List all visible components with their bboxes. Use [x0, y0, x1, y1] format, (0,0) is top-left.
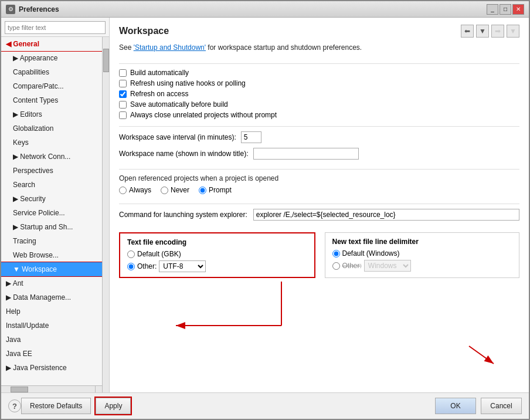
- tree-item-java-ee[interactable]: Java EE: [1, 347, 102, 361]
- back-dropdown-button[interactable]: ▼: [476, 25, 489, 38]
- workspace-name-input[interactable]: [253, 148, 359, 160]
- tree-item-help[interactable]: Help: [1, 304, 102, 319]
- checkbox-build-auto: Build automatically: [119, 69, 519, 77]
- encoding-default-label[interactable]: Default (GBK): [127, 250, 307, 258]
- new-line-default-radio[interactable]: [332, 250, 340, 258]
- tree-item-workspace[interactable]: ▼ Workspace: [1, 262, 102, 276]
- tree-item-ant[interactable]: ▶ Ant: [1, 276, 102, 290]
- encoding-other-label[interactable]: Other: UTF-8 UTF-16 ISO-8859-1: [127, 260, 307, 272]
- new-line-box: New text file line delimiter Default (Wi…: [325, 232, 520, 278]
- save-interval-label: Workspace save interval (in minutes):: [119, 133, 236, 141]
- refresh-access-label[interactable]: Refresh on access: [130, 90, 188, 98]
- open-projects-label: Open referenced projects when a project …: [119, 174, 519, 182]
- tree-item-perspectives[interactable]: Perspectives: [1, 164, 102, 178]
- tree-item-install-update[interactable]: Install/Update: [1, 319, 102, 333]
- always-radio[interactable]: [119, 187, 127, 194]
- maximize-button[interactable]: □: [500, 4, 511, 15]
- tree-item-search[interactable]: Search: [1, 178, 102, 192]
- tree-item-capabilities[interactable]: Capabilities: [1, 65, 102, 79]
- panel-title: Workspace: [119, 26, 169, 36]
- main-content: ◀ General ▶ Appearance Capabilities Comp…: [1, 18, 529, 392]
- horizontal-scrollbar-row: [1, 385, 102, 392]
- forward-dropdown-button[interactable]: ▼: [507, 25, 519, 38]
- new-line-select[interactable]: Windows Unix Mac: [364, 260, 411, 272]
- scroll-corner: [95, 385, 102, 392]
- save-interval-input[interactable]: [241, 131, 261, 143]
- restore-defaults-button[interactable]: Restore Defaults: [21, 398, 91, 414]
- ok-button[interactable]: OK: [435, 398, 476, 414]
- tree-item-editors[interactable]: ▶ Editors: [1, 107, 102, 121]
- tree-item-web-browse[interactable]: Web Browse...: [1, 248, 102, 262]
- refresh-native-checkbox[interactable]: [119, 80, 127, 87]
- never-radio[interactable]: [161, 187, 168, 194]
- build-auto-label[interactable]: Build automatically: [130, 69, 189, 77]
- tree-item-general[interactable]: ◀ General: [1, 37, 102, 51]
- close-unrelated-label[interactable]: Always close unrelated projects without …: [130, 111, 277, 119]
- text-encoding-box: Text file encoding Default (GBK) Other:: [119, 232, 315, 278]
- panel-header: Workspace ⬅ ▼ ➡ ▼: [119, 25, 519, 38]
- new-line-dropdown-container: Windows Unix Mac: [364, 260, 411, 272]
- tree-item-startup[interactable]: ▶ Startup and Sh...: [1, 220, 102, 234]
- workspace-name-row: Workspace name (shown in window title):: [119, 148, 519, 160]
- tree-item-java[interactable]: Java: [1, 333, 102, 347]
- help-button[interactable]: ?: [8, 399, 21, 412]
- never-label[interactable]: Never: [161, 186, 189, 194]
- save-interval-row: Workspace save interval (in minutes):: [119, 131, 519, 143]
- close-button[interactable]: ✕: [512, 4, 524, 15]
- apply-button[interactable]: Apply: [96, 398, 131, 414]
- back-button[interactable]: ⬅: [461, 25, 474, 38]
- scroll-thumb-vert[interactable]: [103, 49, 109, 72]
- new-line-default-label[interactable]: Default (Windows): [332, 249, 512, 258]
- save-auto-label[interactable]: Save automatically before build: [130, 100, 228, 109]
- separator-4: [119, 204, 519, 204]
- tree-item-globalization[interactable]: Globalization: [1, 121, 102, 136]
- encoding-default-radio[interactable]: [127, 250, 135, 258]
- tree-area: ◀ General ▶ Appearance Capabilities Comp…: [1, 37, 102, 385]
- tree-item-keys[interactable]: Keys: [1, 136, 102, 150]
- encoding-other-radio[interactable]: [127, 263, 135, 270]
- dialog-title: Preferences: [19, 5, 487, 13]
- tree-item-network[interactable]: ▶ Network Conn...: [1, 150, 102, 164]
- close-unrelated-checkbox[interactable]: [119, 111, 127, 119]
- refresh-access-checkbox[interactable]: [119, 90, 127, 98]
- prompt-radio[interactable]: [199, 187, 206, 194]
- tree-item-service[interactable]: Service Policie...: [1, 206, 102, 220]
- refresh-native-label[interactable]: Refresh using native hooks or polling: [130, 79, 246, 87]
- tree-item-content-types[interactable]: Content Types: [1, 93, 102, 107]
- tree-item-java-persistence[interactable]: ▶ Java Persistence: [1, 361, 102, 375]
- dialog-icon: ⚙: [6, 5, 15, 14]
- startup-link[interactable]: 'Startup and Shutdown': [134, 43, 206, 52]
- always-label[interactable]: Always: [119, 186, 151, 194]
- separator-1: [119, 63, 519, 64]
- bottom-boxes: Text file encoding Default (GBK) Other:: [119, 232, 519, 278]
- checkbox-close-unrelated: Always close unrelated projects without …: [119, 111, 519, 119]
- command-input[interactable]: [253, 209, 519, 221]
- tree-item-security[interactable]: ▶ Security: [1, 192, 102, 206]
- window-controls: _ □ ✕: [487, 4, 524, 15]
- scroll-thumb-horiz[interactable]: [11, 387, 28, 392]
- prompt-label[interactable]: Prompt: [199, 186, 232, 194]
- command-row: Command for launching system explorer:: [119, 209, 519, 221]
- filter-box: [1, 18, 109, 37]
- action-buttons: Restore Defaults Apply: [21, 398, 131, 414]
- checkbox-refresh-native: Refresh using native hooks or polling: [119, 79, 519, 87]
- vertical-scrollbar[interactable]: [102, 37, 109, 392]
- new-line-other-label[interactable]: Other: Windows Unix Mac: [332, 260, 512, 272]
- build-auto-checkbox[interactable]: [119, 69, 127, 77]
- encoding-select[interactable]: UTF-8 UTF-16 ISO-8859-1: [159, 260, 206, 272]
- save-auto-checkbox[interactable]: [119, 101, 127, 109]
- tree-item-appearance[interactable]: ▶ Appearance: [1, 51, 102, 65]
- workspace-name-label: Workspace name (shown in window title):: [119, 150, 249, 158]
- tree-item-data-management[interactable]: ▶ Data Manageme...: [1, 290, 102, 304]
- forward-button[interactable]: ➡: [491, 25, 504, 38]
- tree-item-compare[interactable]: Compare/Patc...: [1, 79, 102, 93]
- tree-item-tracing[interactable]: Tracing: [1, 234, 102, 248]
- separator-3: [119, 169, 519, 170]
- cancel-button[interactable]: Cancel: [481, 398, 522, 414]
- minimize-button[interactable]: _: [487, 4, 498, 15]
- new-line-other-radio[interactable]: [332, 262, 340, 270]
- horizontal-scrollbar[interactable]: [1, 385, 95, 392]
- open-projects-radio: Always Never Prompt: [119, 186, 519, 194]
- encoding-dropdown-container: UTF-8 UTF-16 ISO-8859-1: [159, 260, 206, 272]
- filter-input[interactable]: [5, 21, 106, 34]
